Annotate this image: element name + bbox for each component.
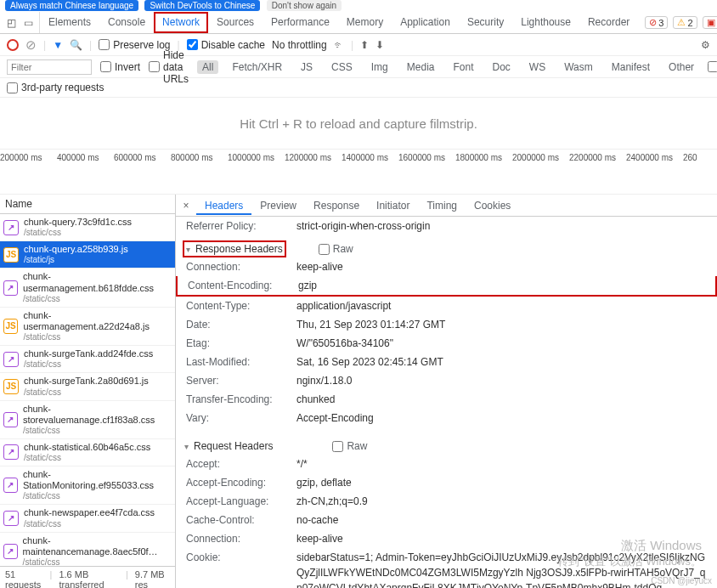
raw-checkbox[interactable]: Raw [332, 440, 367, 452]
header-value: Sat, 16 Sep 2023 02:45:14 GMT [296, 354, 707, 370]
tab-memory[interactable]: Memory [338, 12, 392, 33]
header-value: chunked [296, 392, 707, 407]
infobar-pill[interactable]: Don't show again [267, 0, 342, 11]
filter-type-manifest[interactable]: Manifest [607, 60, 655, 74]
css-icon: ↗ [3, 544, 18, 559]
header-key: Accept-Language: [186, 494, 296, 509]
header-row: Accept-Encoding:gzip, deflate [176, 473, 717, 492]
close-icon[interactable]: × [176, 200, 196, 212]
filter-type-all[interactable]: All [197, 60, 218, 74]
hide-data-urls-checkbox[interactable]: Hide data URLs [149, 49, 189, 85]
file-path: /static/css [24, 453, 150, 463]
search-icon[interactable]: 🔍 [70, 39, 82, 51]
js-icon: JS [3, 247, 19, 263]
clear-icon[interactable]: ⊘ [25, 37, 37, 53]
throttle-select[interactable]: No throttling [272, 39, 327, 51]
file-row[interactable]: ↗chunk-usermanagement.b618fdde.css/stati… [0, 269, 175, 307]
file-row[interactable]: ↗chunk-maintenancemanage.8aec5f0f…/stati… [0, 533, 175, 566]
filter-type-media[interactable]: Media [402, 60, 440, 74]
infobar-pill[interactable]: Switch DevTools to Chinese [144, 0, 260, 11]
tab-elements[interactable]: Elements [40, 12, 99, 33]
invert-checkbox[interactable]: Invert [100, 61, 140, 73]
filter-type-other[interactable]: Other [663, 60, 699, 74]
file-row[interactable]: ↗chunk-statistical.60b46a5c.css/static/c… [0, 439, 175, 466]
third-party-checkbox[interactable]: 3rd-party requests [7, 82, 710, 93]
error-badge[interactable]: 3 [645, 16, 668, 29]
filter-type-js[interactable]: JS [296, 60, 318, 74]
file-path: /static/css [24, 519, 155, 529]
file-name: chunk-maintenancemanage.8aec5f0f… [23, 535, 172, 557]
file-name: chunk-surgeTank.add24fde.css [24, 348, 153, 359]
file-row[interactable]: ↗chunk-query.73c9fd1c.css/static/css [0, 214, 175, 241]
name-column-header[interactable]: Name [0, 195, 175, 214]
filter-type-css[interactable]: CSS [326, 60, 358, 74]
filter-input[interactable] [7, 59, 92, 75]
file-row[interactable]: JSchunk-surgeTank.2a80d691.js/static/css [0, 373, 175, 400]
tab-recorder[interactable]: Recorder [579, 12, 638, 33]
filter-type-font[interactable]: Font [448, 60, 478, 74]
inspect-icon[interactable]: ◰ [3, 15, 19, 31]
network-toolbar: ⊘ | ▼ 🔍 | Preserve log | Disable cache N… [0, 34, 717, 56]
response-headers-section[interactable]: Response Headers [184, 242, 285, 256]
download-icon[interactable]: ⬇ [375, 39, 384, 51]
file-path: /static/css [24, 359, 153, 370]
detail-tab-timing[interactable]: Timing [418, 196, 466, 215]
file-name: chunk-statistical.60b46a5c.css [24, 442, 150, 453]
header-row: Transfer-Encoding:chunked [176, 390, 717, 409]
file-path: /static/css [23, 294, 172, 304]
tab-performance[interactable]: Performance [263, 12, 338, 33]
infobar-pill[interactable]: Always match Chinese language [5, 0, 138, 11]
file-row[interactable]: ↗chunk-StationMonitoring.ef955033.css/st… [0, 466, 175, 505]
file-row[interactable]: JSchunk-query.a258b939.js/static/js [0, 241, 175, 269]
filter-type-ws[interactable]: WS [524, 60, 550, 74]
detail-tab-preview[interactable]: Preview [251, 196, 305, 215]
disable-cache-checkbox[interactable]: Disable cache [187, 39, 265, 51]
tab-sources[interactable]: Sources [208, 12, 263, 33]
header-key: Content-Type: [186, 298, 296, 314]
detail-tab-cookies[interactable]: Cookies [466, 196, 519, 215]
css-icon: ↗ [3, 220, 19, 235]
issues-badge[interactable]: 63 [703, 16, 717, 29]
device-icon[interactable]: ▭ [20, 15, 36, 31]
tab-network[interactable]: Network [154, 12, 208, 33]
filter-type-fetch[interactable]: Fetch/XHR [227, 60, 287, 74]
file-name: chunk-query.73c9fd1c.css [24, 217, 132, 228]
header-row: Content-Type:application/javascript [176, 297, 717, 315]
file-row[interactable]: ↗chunk-storevaluemanage.cf1f83a8.css/sta… [0, 401, 175, 439]
tab-lighthouse[interactable]: Lighthouse [512, 12, 579, 33]
file-row[interactable]: ↗chunk-surgeTank.add24fde.css/static/css [0, 346, 175, 373]
tab-security[interactable]: Security [459, 12, 512, 33]
css-icon: ↗ [3, 511, 19, 526]
detail-tab-response[interactable]: Response [305, 196, 368, 215]
detail-tab-headers[interactable]: Headers [196, 196, 251, 215]
filter-type-doc[interactable]: Doc [487, 60, 515, 74]
filter-type-img[interactable]: Img [366, 60, 393, 74]
filter-icon[interactable]: ▼ [53, 39, 63, 51]
timeline-overview[interactable]: 200000 ms400000 ms600000 ms800000 ms1000… [0, 149, 717, 195]
panel-tabs: Elements Console Network Sources Perform… [40, 12, 638, 33]
header-value: application/javascript [296, 298, 707, 314]
header-key: Etag: [186, 336, 296, 351]
file-path: /static/css [23, 426, 172, 436]
file-row[interactable]: ↗chunk-newspaper.ee4f7cda.css/static/css [0, 505, 175, 532]
record-icon[interactable] [7, 39, 19, 51]
header-row: Etag:W/"650516ba-34106" [176, 334, 717, 353]
file-name: chunk-newspaper.ee4f7cda.css [24, 507, 155, 518]
header-row: Accept-Language:zh-CN,zh;q=0.9 [176, 492, 717, 511]
header-key: Transfer-Encoding: [186, 392, 296, 407]
tab-application[interactable]: Application [392, 12, 459, 33]
warning-badge[interactable]: 2 [673, 16, 697, 29]
request-headers-section[interactable]: Request Headers [176, 438, 281, 455]
tab-console[interactable]: Console [99, 12, 154, 33]
raw-checkbox[interactable]: Raw [319, 243, 353, 255]
upload-icon[interactable]: ⬆ [360, 39, 369, 51]
header-value: keep-alive [296, 531, 707, 546]
header-key: Date: [186, 317, 296, 332]
header-row: Referrer Policy: strict-origin-when-cros… [176, 217, 717, 235]
filter-type-wasm[interactable]: Wasm [559, 60, 598, 74]
blocked-cookies-checkbox[interactable]: Has blocked cookies [708, 49, 717, 85]
file-row[interactable]: JSchunk-usermanagement.a22d24a8.js/stati… [0, 308, 175, 346]
file-name: chunk-surgeTank.2a80d691.js [24, 376, 149, 387]
wifi-icon[interactable]: ᯤ [334, 39, 344, 51]
detail-tab-initiator[interactable]: Initiator [368, 196, 418, 215]
